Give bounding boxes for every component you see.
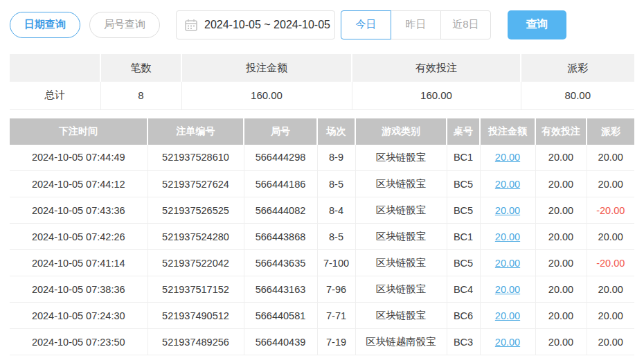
- cell-valid: 20.00: [535, 276, 587, 303]
- cell-table_no: BC5: [447, 250, 480, 276]
- cell-bet: 20.00: [480, 303, 535, 329]
- cell-payout: 20.00: [587, 303, 634, 329]
- cell-session: 7-96: [317, 276, 355, 303]
- cell-time: 2024-10-05 07:44:12: [10, 171, 147, 197]
- query-toolbar: 日期查询 局号查询 2024-10-05 ~ 2024-10-05 今日 昨日 …: [0, 0, 644, 39]
- records-header-row: 下注时间 注单编号 局号 场次 游戏类别 桌号 投注金额 有效投注 派彩: [10, 118, 634, 145]
- col-order-number: 注单编号: [147, 118, 244, 145]
- cell-time: 2024-10-05 07:24:30: [10, 303, 147, 329]
- col-session: 场次: [317, 118, 355, 145]
- table-row: 2024-10-05 07:44:49521937528610566444298…: [10, 145, 634, 171]
- cell-order_no: 521937526525: [147, 197, 244, 224]
- cell-game: 区块链骰宝: [355, 224, 447, 250]
- summary-total-valid-bet: 160.00: [352, 82, 521, 109]
- cell-bet: 20.00: [480, 171, 535, 197]
- summary-col-payout: 派彩: [521, 54, 634, 82]
- date-range-input[interactable]: 2024-10-05 ~ 2024-10-05: [176, 10, 335, 39]
- cell-bet: 20.00: [480, 276, 535, 303]
- bet-amount-link[interactable]: 20.00: [495, 205, 520, 216]
- bet-amount-link[interactable]: 20.00: [495, 231, 520, 242]
- quick-range-last8days[interactable]: 近8日: [440, 10, 491, 39]
- cell-valid: 20.00: [535, 224, 587, 250]
- cell-order_no: 521937527624: [147, 171, 244, 197]
- summary-total-label: 总计: [10, 82, 100, 109]
- cell-game: 区块链骰宝: [355, 145, 447, 171]
- cell-order_no: 521937517152: [147, 276, 244, 303]
- cell-table_no: BC4: [447, 276, 480, 303]
- summary-total-count: 8: [100, 82, 181, 109]
- summary-total-bet-amount: 160.00: [181, 82, 352, 109]
- cell-time: 2024-10-05 07:44:49: [10, 145, 147, 171]
- cell-payout: 20.00: [587, 145, 634, 171]
- summary-header-row: 笔数 投注金额 有效投注 派彩: [10, 54, 634, 82]
- calendar-icon: [185, 19, 197, 31]
- cell-valid: 20.00: [535, 303, 587, 329]
- cell-game: 区块链骰宝: [355, 303, 447, 329]
- cell-round_no: 566443163: [244, 276, 317, 303]
- cell-game: 区块链骰宝: [355, 171, 447, 197]
- cell-payout: 20.00: [587, 329, 634, 355]
- cell-payout: -20.00: [587, 250, 634, 276]
- col-round-number: 局号: [244, 118, 317, 145]
- bet-amount-link[interactable]: 20.00: [495, 179, 520, 190]
- cell-payout: -20.00: [587, 197, 634, 224]
- col-table-number: 桌号: [447, 118, 480, 145]
- cell-order_no: 521937524280: [147, 224, 244, 250]
- round-query-tab[interactable]: 局号查询: [89, 12, 160, 38]
- cell-payout: 20.00: [587, 276, 634, 303]
- bet-amount-link[interactable]: 20.00: [495, 152, 520, 163]
- col-game-type: 游戏类别: [355, 118, 447, 145]
- cell-session: 8-9: [317, 145, 355, 171]
- cell-time: 2024-10-05 07:43:36: [10, 197, 147, 224]
- cell-time: 2024-10-05 07:38:36: [10, 276, 147, 303]
- bet-amount-link[interactable]: 20.00: [495, 284, 520, 295]
- cell-bet: 20.00: [480, 250, 535, 276]
- bet-amount-link[interactable]: 20.00: [495, 310, 520, 321]
- col-bet-amount: 投注金额: [480, 118, 535, 145]
- cell-round_no: 566443868: [244, 224, 317, 250]
- cell-game: 区块链越南骰宝: [355, 329, 447, 355]
- summary-col-blank: [10, 54, 100, 82]
- cell-payout: 20.00: [587, 171, 634, 197]
- cell-valid: 20.00: [535, 171, 587, 197]
- cell-round_no: 566444082: [244, 197, 317, 224]
- cell-table_no: BC5: [447, 197, 480, 224]
- col-valid-bet: 有效投注: [535, 118, 587, 145]
- bet-amount-link[interactable]: 20.00: [495, 258, 520, 269]
- cell-round_no: 566443635: [244, 250, 317, 276]
- table-row: 2024-10-05 07:38:36521937517152566443163…: [10, 276, 634, 303]
- records-section: 下注时间 注单编号 局号 场次 游戏类别 桌号 投注金额 有效投注 派彩 202…: [0, 110, 644, 356]
- cell-round_no: 566440581: [244, 303, 317, 329]
- cell-bet: 20.00: [480, 145, 535, 171]
- cell-session: 8-5: [317, 224, 355, 250]
- cell-table_no: BC1: [447, 224, 480, 250]
- col-payout: 派彩: [587, 118, 634, 145]
- cell-game: 区块链骰宝: [355, 276, 447, 303]
- table-row: 2024-10-05 07:41:14521937522042566443635…: [10, 250, 634, 276]
- cell-table_no: BC6: [447, 303, 480, 329]
- cell-round_no: 566444186: [244, 171, 317, 197]
- cell-order_no: 521937528610: [147, 145, 244, 171]
- cell-time: 2024-10-05 07:41:14: [10, 250, 147, 276]
- table-row: 2024-10-05 07:44:12521937527624566444186…: [10, 171, 634, 197]
- date-query-tab[interactable]: 日期查询: [10, 12, 80, 38]
- quick-range-today[interactable]: 今日: [341, 10, 391, 39]
- table-row: 2024-10-05 07:23:50521937489256566440439…: [10, 329, 634, 355]
- cell-table_no: BC5: [447, 171, 480, 197]
- cell-round_no: 566444298: [244, 145, 317, 171]
- quick-range-yesterday[interactable]: 昨日: [391, 10, 441, 39]
- summary-total-row: 总计 8 160.00 160.00 80.00: [10, 82, 634, 109]
- cell-order_no: 521937522042: [147, 250, 244, 276]
- cell-game: 区块链骰宝: [355, 197, 447, 224]
- table-row: 2024-10-05 07:42:26521937524280566443868…: [10, 224, 634, 250]
- summary-table: 笔数 投注金额 有效投注 派彩 总计 8 160.00 160.00 80.00: [10, 54, 634, 110]
- cell-session: 7-19: [317, 329, 355, 355]
- cell-session: 7-100: [317, 250, 355, 276]
- table-row: 2024-10-05 07:43:36521937526525566444082…: [10, 197, 634, 224]
- search-button[interactable]: 查询: [508, 10, 566, 39]
- quick-range-group: 今日 昨日 近8日: [341, 10, 491, 39]
- summary-total-payout: 80.00: [521, 82, 634, 109]
- records-body: 2024-10-05 07:44:49521937528610566444298…: [10, 145, 634, 355]
- bet-amount-link[interactable]: 20.00: [495, 337, 520, 348]
- cell-valid: 20.00: [535, 329, 587, 355]
